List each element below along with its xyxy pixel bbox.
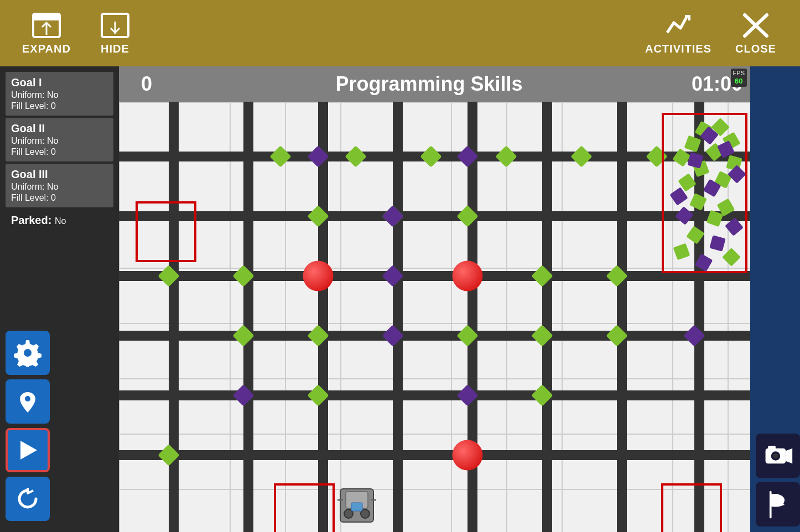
- goal-3: Goal III Uniform: No Fill Level: 0: [6, 164, 113, 207]
- parked-value: No: [55, 216, 66, 226]
- goal-1: Goal I Uniform: No Fill Level: 0: [6, 72, 113, 116]
- hide-button[interactable]: HIDE: [82, 6, 148, 61]
- play-button[interactable]: [6, 428, 50, 472]
- pile-triball-purple: [695, 254, 713, 272]
- left-panel: Goal I Uniform: No Fill Level: 0 Goal II…: [0, 66, 119, 532]
- svg-rect-16: [351, 503, 362, 511]
- top-bar: EXPAND HIDE ACTIVITIES: [0, 0, 800, 66]
- goal-box-br: [661, 483, 722, 532]
- hide-icon: [100, 12, 131, 39]
- goal-1-uniform: Uniform: No: [11, 90, 108, 100]
- goal-box-bl: [274, 483, 335, 532]
- track-h4: [119, 331, 750, 341]
- pile-triball: [686, 226, 704, 244]
- game-area: 0 Programming Skills 01:00 FPS 60: [119, 66, 750, 532]
- pile-triball: [689, 193, 707, 211]
- goal-3-title: Goal III: [11, 168, 108, 181]
- hide-label: HIDE: [101, 43, 129, 55]
- close-button[interactable]: CLOSE: [723, 6, 789, 61]
- fps-value: 60: [735, 77, 742, 86]
- track-v4: [393, 102, 403, 532]
- goal-3-fill: Fill Level: 0: [11, 193, 108, 203]
- robot: [335, 483, 379, 528]
- svg-marker-11: [20, 441, 37, 460]
- camera-button[interactable]: [756, 434, 800, 478]
- svg-point-10: [25, 396, 30, 401]
- goal-2-uniform: Uniform: No: [11, 136, 108, 146]
- track-v2: [243, 102, 253, 532]
- reset-button[interactable]: [6, 477, 50, 521]
- score-bar: 0 Programming Skills 01:00 FPS 60: [119, 66, 750, 102]
- activities-button[interactable]: ACTIVITIES: [634, 6, 723, 61]
- pile-triball: [722, 248, 741, 267]
- close-label: CLOSE: [735, 43, 776, 55]
- track-h6: [119, 450, 750, 460]
- track-v7: [617, 102, 627, 532]
- left-buttons: [6, 331, 113, 526]
- goal-3-uniform: Uniform: No: [11, 182, 108, 192]
- main-area: Goal I Uniform: No Fill Level: 0 Goal II…: [0, 66, 800, 532]
- location-button[interactable]: [6, 379, 50, 424]
- svg-point-8: [24, 349, 32, 357]
- pile-triball: [684, 135, 702, 153]
- red-ball: [453, 440, 483, 471]
- field: [119, 102, 750, 532]
- red-ball: [453, 261, 483, 291]
- track-h3: [119, 271, 750, 281]
- pile-triball-purple: [725, 217, 744, 236]
- parked-status: Parked: No: [6, 210, 113, 231]
- fps-label: FPS: [733, 70, 745, 77]
- goal-2-title: Goal II: [11, 122, 108, 135]
- score-title: Programming Skills: [174, 72, 684, 96]
- activities-label: ACTIVITIES: [645, 43, 711, 55]
- score-value: 0: [119, 72, 174, 96]
- expand-label: EXPAND: [22, 43, 71, 55]
- svg-point-21: [773, 453, 778, 458]
- flag-button[interactable]: [756, 482, 800, 526]
- fps-badge: FPS 60: [731, 69, 747, 87]
- right-buttons: [750, 66, 800, 532]
- track-h2: [119, 211, 750, 221]
- svg-marker-22: [786, 448, 792, 463]
- goal-2: Goal II Uniform: No Fill Level: 0: [6, 118, 113, 161]
- goal-1-title: Goal I: [11, 76, 108, 89]
- expand-button[interactable]: EXPAND: [11, 6, 82, 61]
- pile-triball-purple: [709, 235, 725, 251]
- pile-triball-purple: [675, 206, 694, 225]
- settings-button[interactable]: [6, 331, 50, 375]
- track-v1: [169, 102, 179, 532]
- track-v6: [542, 102, 552, 532]
- activities-icon: [663, 12, 694, 39]
- track-h5: [119, 390, 750, 400]
- goal-1-fill: Fill Level: 0: [11, 101, 108, 111]
- goal-2-fill: Fill Level: 0: [11, 147, 108, 157]
- expand-icon: [31, 12, 62, 39]
- goal-box-tl: [136, 201, 196, 262]
- pile-triball: [673, 243, 690, 260]
- svg-rect-23: [768, 446, 776, 450]
- svg-rect-1: [33, 14, 60, 20]
- triball-pile-area: [662, 113, 747, 273]
- track-v3: [318, 102, 328, 532]
- red-ball: [303, 261, 334, 291]
- close-icon: [740, 12, 771, 39]
